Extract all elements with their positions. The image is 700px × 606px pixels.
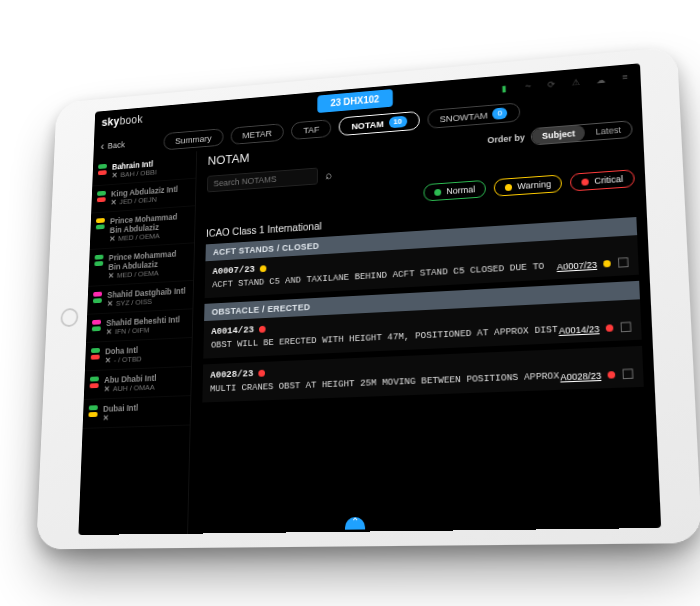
sidebar-airport[interactable]: Abu Dhabi Intl✕AUH / OMAA — [84, 367, 191, 400]
orderby-segmented[interactable]: Subject Latest — [531, 120, 633, 145]
notam-count-badge: 10 — [389, 116, 407, 129]
dot-green-icon — [435, 188, 442, 195]
filter-critical[interactable]: Critical — [570, 169, 635, 191]
notam-link[interactable]: A0014/23 — [559, 323, 600, 335]
tab-taf[interactable]: TAF — [291, 119, 331, 140]
search-input[interactable] — [207, 168, 318, 193]
severity-dot-icon — [259, 265, 266, 272]
notam-id: A0028/23 — [210, 368, 253, 380]
sidebar-airport[interactable]: Prince Mohammad Bin Abdulaziz✕MED / OEMA — [88, 243, 194, 287]
filter-normal[interactable]: Normal — [424, 180, 487, 202]
bookmark-icon[interactable]: ☐ — [619, 319, 633, 335]
notam-list: ACFT STANDS / CLOSEDA0007/23ACFT STAND C… — [202, 217, 644, 408]
tab-summary[interactable]: Summary — [163, 128, 223, 150]
dot-red-icon — [582, 178, 589, 185]
airport-code: MED / OEMA — [117, 269, 159, 280]
orderby-label: Order by — [487, 133, 525, 146]
bookmark-icon[interactable]: ☐ — [617, 255, 630, 271]
sidebar-airport[interactable]: Doha Intl✕- / OTBD — [85, 338, 192, 371]
airport-code: IFN / OIFM — [115, 326, 150, 336]
severity-dot-icon — [603, 260, 611, 267]
close-icon: ✕ — [104, 385, 111, 394]
close-icon: ✕ — [103, 414, 110, 423]
sync-icon[interactable]: ⟳ — [544, 78, 558, 90]
alert-icon[interactable]: ⚠ — [569, 76, 584, 88]
back-button[interactable]: ‹ Back — [100, 138, 125, 152]
close-icon: ✕ — [108, 271, 115, 280]
close-icon: ✕ — [109, 235, 115, 244]
tab-notam[interactable]: NOTAM 10 — [339, 111, 419, 136]
app-logo: skybook — [101, 113, 143, 129]
severity-dot-icon — [607, 371, 615, 379]
tablet-frame: skybook 23 DHX102 ▮ ⏦ ⟳ ⚠ ☁ ≡ ‹ Back Sum… — [36, 46, 700, 549]
notam-link[interactable]: A0007/23 — [557, 259, 598, 271]
sidebar-airport[interactable]: Dubai Intl✕ — [83, 396, 191, 429]
severity-dot-icon — [259, 326, 266, 333]
airport-sidebar[interactable]: Bahrain Intl✕BAH / OBBIKing Abdulaziz In… — [78, 151, 197, 535]
close-icon: ✕ — [112, 171, 118, 180]
dot-yellow-icon — [505, 183, 512, 190]
airport-code: AUH / OMAA — [113, 383, 155, 393]
close-icon: ✕ — [107, 299, 114, 308]
tab-snowtam[interactable]: SNOWTAM 0 — [427, 102, 520, 129]
notam-id: A0007/23 — [212, 264, 254, 277]
back-label: Back — [107, 140, 125, 150]
airport-code: BAH / OBBI — [120, 168, 157, 179]
menu-icon[interactable]: ≡ — [618, 71, 633, 83]
severity-dot-icon — [258, 370, 265, 377]
airport-code: JED / OEJN — [119, 195, 156, 206]
chevron-left-icon: ‹ — [100, 140, 104, 153]
severity-dot-icon — [606, 324, 614, 332]
app-screen: skybook 23 DHX102 ▮ ⏦ ⟳ ⚠ ☁ ≡ ‹ Back Sum… — [78, 63, 661, 535]
wifi-icon: ⏦ — [520, 80, 534, 92]
tab-metar[interactable]: METAR — [230, 123, 284, 145]
signal-icon: ▮ — [496, 82, 510, 94]
close-icon: ✕ — [111, 198, 117, 207]
notam-id: A0014/23 — [211, 324, 254, 337]
filter-warning[interactable]: Warning — [494, 174, 563, 196]
airport-code: SYZ / OISS — [116, 297, 152, 307]
main-panel: NOTAM Order by Subject Latest ⌕ — [188, 115, 661, 533]
close-icon: ✕ — [105, 356, 112, 365]
bookmark-icon[interactable]: ☐ — [621, 366, 635, 382]
orderby-latest[interactable]: Latest — [585, 121, 632, 140]
search-icon[interactable]: ⌕ — [325, 168, 332, 182]
tablet-home-button[interactable] — [60, 308, 78, 328]
snowtam-count-badge: 0 — [493, 107, 508, 120]
airport-code: - / OTBD — [114, 355, 142, 365]
page-title: NOTAM — [208, 151, 250, 168]
cloud-icon[interactable]: ☁ — [593, 73, 608, 85]
close-icon: ✕ — [106, 328, 113, 337]
airport-code: MED / OEMA — [118, 232, 160, 243]
orderby-subject[interactable]: Subject — [532, 125, 586, 145]
notam-link[interactable]: A0028/23 — [560, 370, 601, 382]
